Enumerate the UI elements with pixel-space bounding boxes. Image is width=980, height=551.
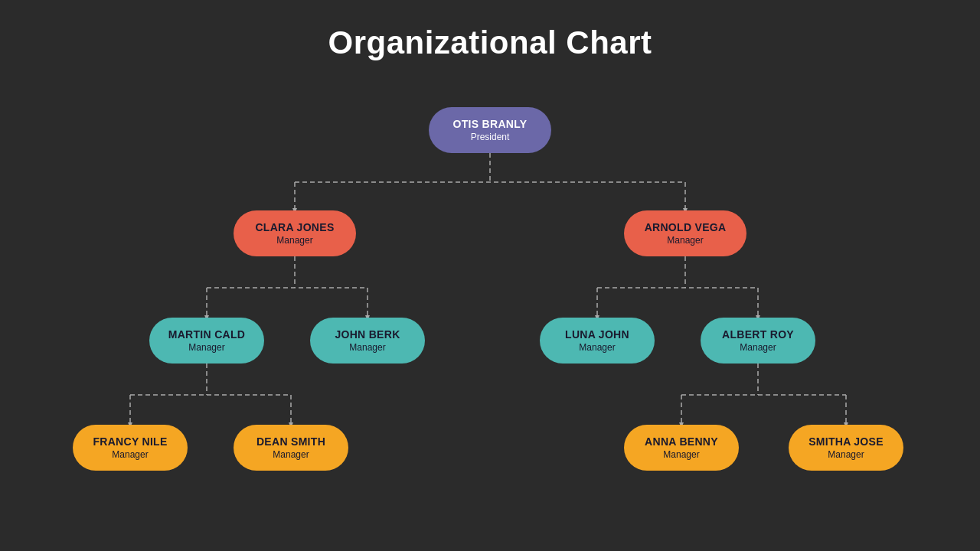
node-dean: DEAN SMITH Manager: [234, 425, 348, 471]
page-title: Organizational Chart: [0, 0, 980, 61]
node-albert: ALBERT ROY Manager: [701, 318, 815, 364]
node-francy: FRANCY NILE Manager: [73, 425, 188, 471]
node-smitha: SMITHA JOSE Manager: [789, 425, 903, 471]
connector-layer: [0, 92, 980, 551]
node-otis: OTIS BRANLY President: [429, 107, 551, 153]
node-clara: CLARA JONES Manager: [234, 210, 356, 256]
org-chart: OTIS BRANLY President CLARA JONES Manage…: [0, 92, 980, 551]
node-arnold: ARNOLD VEGA Manager: [624, 210, 746, 256]
node-martin: MARTIN CALD Manager: [149, 318, 264, 364]
node-anna: ANNA BENNY Manager: [624, 425, 739, 471]
node-luna: LUNA JOHN Manager: [540, 318, 655, 364]
node-john: JOHN BERK Manager: [310, 318, 425, 364]
